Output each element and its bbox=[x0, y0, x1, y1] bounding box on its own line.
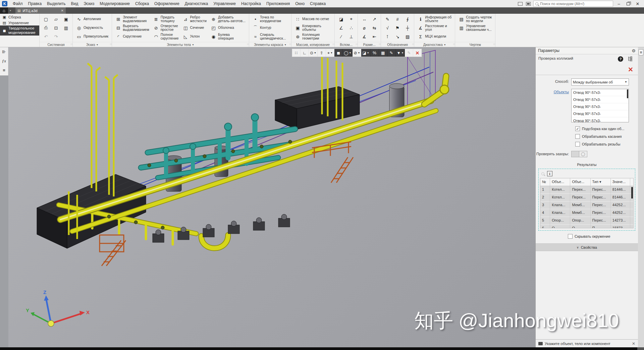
group-grip-icon[interactable]: ∷ bbox=[379, 43, 380, 46]
group-grip-icon[interactable]: ∷ bbox=[110, 43, 111, 46]
info-button[interactable]: i bbox=[547, 171, 552, 176]
folder-open-icon[interactable]: ▱ bbox=[52, 15, 60, 23]
chevron-down-icon[interactable]: ▼ bbox=[367, 52, 369, 54]
column-header[interactable]: Объе... bbox=[570, 178, 590, 186]
hide-objects-button[interactable]: ⊘▼ bbox=[353, 49, 361, 57]
print-icon[interactable]: ⎙ bbox=[42, 23, 50, 32]
undo-icon[interactable]: ↶ bbox=[42, 32, 50, 41]
helper-line-icon[interactable]: ∕ bbox=[337, 32, 345, 41]
leader-icon[interactable]: ↘ bbox=[393, 32, 402, 41]
wireframe-view-button[interactable]: ◯▼ bbox=[343, 49, 353, 57]
table-row[interactable]: 3Клапа...Мемб...Перес...44252... bbox=[540, 201, 633, 209]
dim-radial-icon[interactable]: ↗ bbox=[370, 15, 379, 23]
listbox-scrollbar[interactable] bbox=[627, 90, 628, 98]
command-close-icon[interactable]: ✕ bbox=[628, 66, 633, 73]
local-cs-icon[interactable]: ⌖ bbox=[347, 15, 356, 23]
ribbon-group-label[interactable]: Элементы каркаса▼∷ bbox=[249, 42, 291, 47]
autoline-button[interactable]: ∿Автолиния bbox=[75, 15, 110, 23]
tab-close-icon[interactable]: ✕ bbox=[61, 9, 64, 12]
option-checkbox[interactable]: Обрабатывать резьбы bbox=[575, 142, 638, 147]
contour-button[interactable]: ⌒Контур bbox=[251, 23, 287, 32]
table-row[interactable]: 2Котел...Перех...Перес...81446... bbox=[540, 194, 633, 201]
boolean-button[interactable]: ◉Булева операция bbox=[209, 32, 247, 41]
chevron-down-icon[interactable]: ▼ bbox=[96, 44, 99, 46]
method-combobox[interactable]: Между выбранными об ▼ bbox=[571, 78, 629, 85]
main-menu-icon[interactable]: ≡ bbox=[3, 68, 5, 73]
dim-diameter-icon[interactable]: ⌀ bbox=[360, 23, 369, 32]
search-input[interactable] bbox=[540, 2, 611, 6]
search-results-icon[interactable] bbox=[541, 172, 544, 175]
copy-objects-button[interactable]: ▣Копировать объекты bbox=[293, 23, 330, 32]
menu-item[interactable]: Моделирование bbox=[97, 1, 132, 7]
model-tree-icon[interactable]: ⊪ bbox=[2, 49, 6, 54]
object-list-item[interactable]: Отвод 90°-57x3- bbox=[572, 96, 629, 103]
table-row[interactable]: 1Котел...Перех...Перес...81446... bbox=[540, 186, 633, 194]
mode-management[interactable]: ▤Управление bbox=[0, 20, 39, 26]
ribbon-group-label[interactable]: Массив, копирование∷ bbox=[291, 42, 334, 47]
column-header[interactable]: Тип ▾ bbox=[591, 178, 611, 186]
hide-environment-checkbox[interactable]: Скрывать окружение bbox=[568, 234, 638, 239]
ribbon-group-label[interactable]: Системная∷ bbox=[40, 42, 72, 47]
axis-icon[interactable]: ∠ bbox=[337, 23, 345, 32]
chevron-down-icon[interactable]: ▼ bbox=[314, 52, 316, 54]
menu-item[interactable]: Управление bbox=[211, 1, 238, 7]
gaps-toggle[interactable]: ◯ bbox=[571, 151, 587, 157]
ribbon-group-label[interactable]: Вспом...∷ bbox=[335, 42, 358, 47]
fx-variables-icon[interactable]: ƒx bbox=[2, 58, 6, 64]
extrude-button[interactable]: ⊞Элемент выдавливания bbox=[114, 15, 150, 23]
save-as-icon[interactable]: ▥ bbox=[62, 23, 70, 32]
table-row[interactable]: 4Клапа...Мемб...Перес...44252... bbox=[540, 209, 633, 217]
chevron-down-icon[interactable]: ▼ bbox=[444, 44, 446, 46]
menu-item[interactable]: Вид bbox=[68, 1, 81, 7]
zones-button[interactable]: ▦ bbox=[379, 49, 387, 57]
objects-listbox[interactable]: Отвод 90°-57x3-Отвод 90°-57x3-Отвод 90°-… bbox=[571, 89, 629, 122]
dim-linear-icon[interactable]: ↔ bbox=[360, 15, 369, 23]
rib-button[interactable]: ⊿Ребро жесткости bbox=[181, 15, 208, 23]
orientation-button[interactable]: ⇧ bbox=[318, 49, 326, 57]
home-button[interactable]: ⌂ bbox=[0, 7, 8, 14]
close-command-icon[interactable]: ✕ bbox=[413, 49, 422, 57]
filter-button[interactable]: ▼▼ bbox=[396, 49, 405, 57]
plane-icon[interactable]: ◪ bbox=[337, 15, 345, 23]
object-info-button[interactable]: ℹИнформация об объекте bbox=[416, 15, 453, 23]
group-grip-icon[interactable]: ∷ bbox=[333, 43, 334, 46]
datum-icon[interactable]: ⊺ bbox=[383, 32, 392, 41]
aux-point-icon[interactable]: ∴ bbox=[347, 23, 356, 32]
draft-button[interactable]: ◺Уклон bbox=[181, 32, 208, 41]
ribbon-group-label[interactable]: Обозначения∷ bbox=[381, 42, 414, 47]
menu-item[interactable]: Настройка bbox=[238, 1, 264, 7]
zoom-button[interactable]: ⊙▼ bbox=[309, 49, 318, 57]
menu-item[interactable]: Справка bbox=[307, 1, 328, 7]
restore-button[interactable] bbox=[625, 1, 632, 7]
section-view-button[interactable]: ◪▼ bbox=[361, 49, 370, 57]
drag-handle-button[interactable]: ∷ bbox=[292, 49, 301, 57]
menu-item[interactable]: Файл bbox=[10, 1, 25, 7]
object-list-item[interactable]: Отвод 90°-57x3- bbox=[572, 89, 629, 96]
menu-item[interactable]: Сборка bbox=[132, 1, 152, 7]
menu-item[interactable]: Оформление bbox=[152, 1, 182, 7]
group-grip-icon[interactable]: ∷ bbox=[453, 43, 454, 46]
dim-base-icon[interactable]: ⇤ bbox=[370, 32, 379, 41]
minimize-button[interactable]: – bbox=[615, 1, 623, 7]
group-grip-icon[interactable]: ∷ bbox=[412, 43, 414, 46]
linked-drawings-button[interactable]: ▥Управление связанными ч... bbox=[457, 23, 493, 32]
ribbon-group-label[interactable]: Диагностика▼∷ bbox=[414, 42, 455, 47]
menu-item[interactable]: Выделить bbox=[44, 1, 68, 7]
column-header[interactable]: Значе... bbox=[611, 178, 630, 186]
marker-icon[interactable]: ⚑ bbox=[393, 23, 402, 32]
table-row[interactable]: 6О...О...П...15873... bbox=[540, 225, 633, 228]
print-preview-icon[interactable]: ⊡ bbox=[52, 23, 60, 32]
appearance-button[interactable]: ✎ bbox=[387, 49, 396, 57]
rectangle-button[interactable]: ▭Прямоугольник bbox=[75, 32, 110, 41]
tolerance-icon[interactable]: # bbox=[393, 15, 402, 23]
column-header[interactable]: № bbox=[540, 178, 550, 186]
window-layout-filled-icon[interactable] bbox=[525, 1, 531, 6]
column-header[interactable]: Объе... bbox=[550, 178, 570, 186]
objects-link[interactable]: Объекты bbox=[536, 89, 571, 122]
group-grip-icon[interactable]: ∷ bbox=[71, 43, 72, 46]
cut-extrude-button[interactable]: ⊟Вырезать выдавливанием bbox=[114, 23, 150, 32]
object-list-item[interactable]: Отвод 90°-57x3- bbox=[572, 117, 629, 122]
home-caret-icon[interactable]: ▾ bbox=[8, 7, 13, 14]
chevron-down-icon[interactable]: ▼ bbox=[401, 52, 404, 54]
window-layout-icon[interactable] bbox=[517, 1, 523, 6]
